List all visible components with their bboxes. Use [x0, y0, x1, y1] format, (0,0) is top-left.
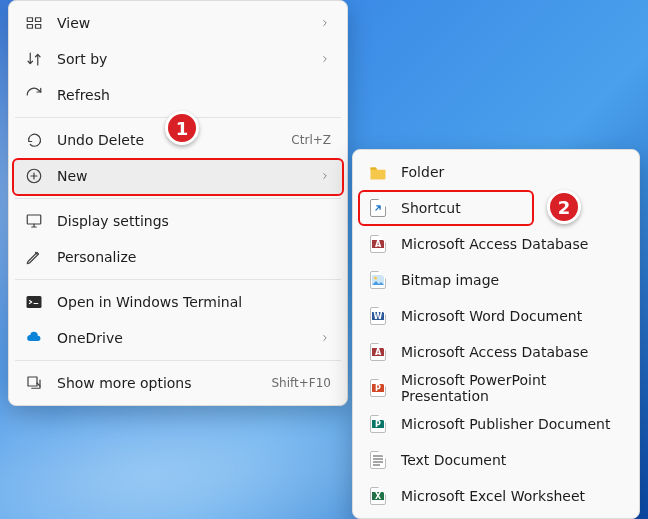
menu-item-label: Refresh: [57, 87, 331, 103]
chevron-right-icon: [319, 54, 331, 64]
menu-item-sort-by[interactable]: Sort by: [13, 41, 343, 77]
submenu-item-text-document[interactable]: Text Document: [357, 442, 635, 478]
folder-filetype-icon: [369, 163, 387, 181]
submenu-item-label: Microsoft Publisher Document: [401, 416, 623, 432]
context-menu-new-submenu: FolderShortcutAMicrosoft Access Database…: [352, 149, 640, 519]
svg-rect-0: [27, 18, 32, 22]
excel-filetype-icon: X: [369, 487, 387, 505]
personalize-icon: [25, 248, 43, 266]
menu-item-label: View: [57, 15, 309, 31]
submenu-item-label: Microsoft Word Document: [401, 308, 623, 324]
menu-item-shortcut: Shift+F10: [271, 376, 331, 390]
text-filetype-icon: [369, 451, 387, 469]
submenu-item-label: Microsoft Access Database: [401, 236, 623, 252]
submenu-item-shortcut[interactable]: Shortcut: [357, 190, 635, 226]
more-icon: [25, 374, 43, 392]
svg-rect-2: [27, 25, 32, 29]
svg-rect-7: [28, 377, 37, 386]
submenu-item-label: Bitmap image: [401, 272, 623, 288]
publisher-filetype-icon: P: [369, 415, 387, 433]
submenu-item-label: Microsoft Excel Worksheet: [401, 488, 623, 504]
context-menu-primary: ViewSort byRefreshUndo DeleteCtrl+ZNewDi…: [8, 0, 348, 406]
submenu-item-microsoft-powerpoint-presentation[interactable]: PMicrosoft PowerPoint Presentation: [357, 370, 635, 406]
menu-item-label: Undo Delete: [57, 132, 281, 148]
submenu-item-bitmap-image[interactable]: Bitmap image: [357, 262, 635, 298]
new-icon: [25, 167, 43, 185]
access-filetype-icon: A: [369, 343, 387, 361]
powerpoint-filetype-icon: P: [369, 379, 387, 397]
chevron-right-icon: [319, 333, 331, 343]
chevron-right-icon: [319, 18, 331, 28]
menu-item-label: OneDrive: [57, 330, 309, 346]
menu-item-label: New: [57, 168, 309, 184]
menu-separator: [15, 117, 341, 118]
submenu-item-label: Text Document: [401, 452, 623, 468]
terminal-icon: [25, 293, 43, 311]
menu-item-label: Show more options: [57, 375, 261, 391]
onedrive-icon: [25, 329, 43, 347]
shortcut-filetype-icon: [369, 199, 387, 217]
menu-item-label: Personalize: [57, 249, 331, 265]
submenu-item-label: Microsoft PowerPoint Presentation: [401, 372, 623, 404]
submenu-item-label: Shortcut: [401, 200, 623, 216]
svg-rect-1: [36, 18, 41, 22]
undo-icon: [25, 131, 43, 149]
menu-item-show-more-options[interactable]: Show more optionsShift+F10: [13, 365, 343, 401]
svg-rect-5: [27, 215, 41, 224]
sort-icon: [25, 50, 43, 68]
word-filetype-icon: W: [369, 307, 387, 325]
chevron-right-icon: [319, 171, 331, 181]
display-icon: [25, 212, 43, 230]
menu-item-personalize[interactable]: Personalize: [13, 239, 343, 275]
menu-item-shortcut: Ctrl+Z: [291, 133, 331, 147]
access-filetype-icon: A: [369, 235, 387, 253]
submenu-item-microsoft-access-database[interactable]: AMicrosoft Access Database: [357, 226, 635, 262]
menu-item-label: Sort by: [57, 51, 309, 67]
menu-item-display-settings[interactable]: Display settings: [13, 203, 343, 239]
submenu-item-label: Folder: [401, 164, 623, 180]
refresh-icon: [25, 86, 43, 104]
submenu-item-label: Microsoft Access Database: [401, 344, 623, 360]
menu-item-label: Open in Windows Terminal: [57, 294, 331, 310]
menu-item-view[interactable]: View: [13, 5, 343, 41]
svg-point-9: [374, 277, 377, 280]
submenu-item-folder[interactable]: Folder: [357, 154, 635, 190]
submenu-item-microsoft-word-document[interactable]: WMicrosoft Word Document: [357, 298, 635, 334]
menu-separator: [15, 279, 341, 280]
bitmap-filetype-icon: [369, 271, 387, 289]
menu-item-new[interactable]: New: [13, 158, 343, 194]
svg-rect-6: [27, 296, 42, 308]
submenu-item-microsoft-excel-worksheet[interactable]: XMicrosoft Excel Worksheet: [357, 478, 635, 514]
svg-rect-3: [36, 25, 41, 29]
menu-separator: [15, 360, 341, 361]
menu-item-onedrive[interactable]: OneDrive: [13, 320, 343, 356]
submenu-item-microsoft-access-database[interactable]: AMicrosoft Access Database: [357, 334, 635, 370]
menu-item-label: Display settings: [57, 213, 331, 229]
menu-item-undo-delete[interactable]: Undo DeleteCtrl+Z: [13, 122, 343, 158]
view-icon: [25, 14, 43, 32]
menu-separator: [15, 198, 341, 199]
menu-item-open-in-windows-terminal[interactable]: Open in Windows Terminal: [13, 284, 343, 320]
menu-item-refresh[interactable]: Refresh: [13, 77, 343, 113]
submenu-item-microsoft-publisher-document[interactable]: PMicrosoft Publisher Document: [357, 406, 635, 442]
